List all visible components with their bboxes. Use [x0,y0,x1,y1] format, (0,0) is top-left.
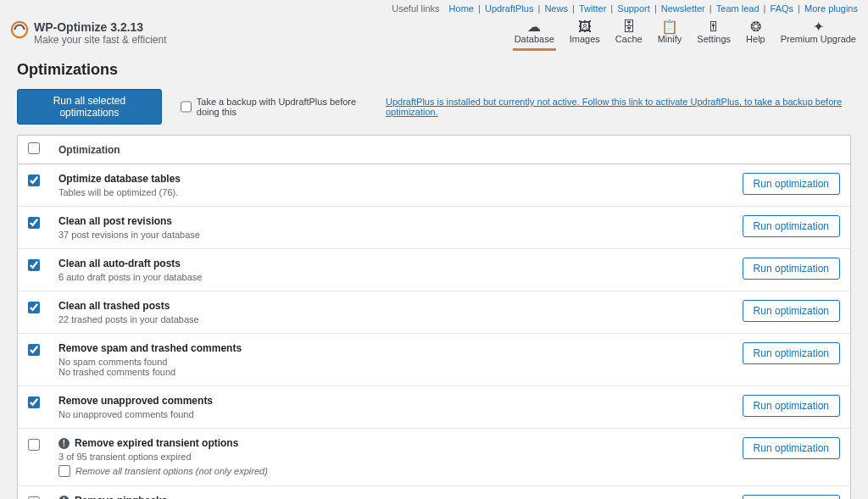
top-link-twitter[interactable]: Twitter [579,3,606,14]
row-checkbox[interactable] [28,396,40,408]
transient-subcheck-row: Remove all transient options (not only e… [58,465,743,477]
brand-title: WP-Optimize 3.2.13 [34,20,167,34]
run-optimization-button[interactable]: Run optimization [743,495,840,499]
run-optimization-button[interactable]: Run optimization [743,300,840,322]
tab-label: Database [515,34,554,44]
row-checkbox[interactable] [28,175,40,186]
optimization-title-text: Clean all auto-draft posts [58,258,181,269]
tab-cache[interactable]: 🗄Cache [614,17,644,51]
wpo-logo-icon [10,20,29,39]
top-link-news[interactable]: News [544,3,568,14]
top-link-faqs[interactable]: FAQs [771,3,794,14]
optimization-title: Clean all auto-draft posts [58,258,743,269]
row-checkbox[interactable] [28,302,40,313]
table-row: !Remove expired transient options3 of 95… [18,429,850,486]
table-header: Optimization [18,136,850,164]
transient-all-checkbox[interactable] [58,465,70,477]
backup-checkbox[interactable] [181,101,192,113]
table-row: Clean all auto-draft posts6 auto draft p… [18,249,850,291]
backup-activate-link[interactable]: UpdraftPlus is installed but currently n… [386,97,851,117]
star-icon: ✦ [813,20,824,34]
optimization-desc: 37 post revisions in your database [58,230,743,240]
table-row: Remove unapproved commentsNo unapproved … [18,386,850,429]
table-row: Optimize database tablesTables will be o… [18,164,850,207]
backup-text: Take a backup with UpdraftPlus before do… [197,97,381,117]
optimization-title: Remove spam and trashed comments [58,342,743,354]
page-title: Optimizations [17,61,851,79]
header: WP-Optimize 3.2.13 Make your site fast &… [0,17,868,51]
optimization-title: Optimize database tables [58,173,743,185]
optimization-title: !Remove expired transient options [58,437,743,449]
image-icon: 🖼 [578,20,592,34]
table-row: Clean all post revisions37 post revision… [18,207,850,249]
optimization-title-text: Remove spam and trashed comments [58,342,242,354]
top-link-newsletter[interactable]: Newsletter [661,3,705,14]
run-optimization-button[interactable]: Run optimization [743,437,840,459]
optimization-title: Clean all trashed posts [58,300,743,312]
select-all-checkbox[interactable] [28,142,40,154]
row-checkbox[interactable] [28,344,40,356]
tab-label: Help [746,34,765,44]
optimization-desc2: No trashed comments found [58,367,743,377]
optimization-title: Clean all post revisions [58,215,743,227]
optimization-desc: Tables will be optimized (76). [58,187,743,197]
optimization-title-text: Remove expired transient options [75,437,238,449]
cache-icon: 🗄 [622,20,636,34]
optimizations-table: Optimization Optimize database tablesTab… [17,135,851,499]
table-row: Clean all trashed posts22 trashed posts … [18,291,850,334]
top-link-more-plugins[interactable]: More plugins [804,3,858,14]
top-useful-links: Useful links Home | UpdraftPlus | News |… [0,0,868,17]
optimization-desc: 6 auto draft posts in your database [58,272,743,282]
tab-label: Premium Upgrade [781,34,856,44]
optimization-title-text: Clean all trashed posts [58,300,170,312]
tab-label: Images [570,34,600,44]
tab-help[interactable]: ❂Help [744,17,767,51]
tab-premium[interactable]: ✦Premium Upgrade [779,17,858,51]
cloud-icon: ☁ [527,20,541,34]
row-checkbox[interactable] [28,259,40,271]
run-optimization-button[interactable]: Run optimization [743,258,840,280]
run-optimization-button[interactable]: Run optimization [743,395,840,417]
top-nav: ☁Database 🖼Images 🗄Cache 📋Minify 🎚Settin… [513,17,858,51]
optimization-title-text: Clean all post revisions [58,215,172,227]
top-link-home[interactable]: Home [449,3,474,14]
sliders-icon: 🎚 [707,20,721,34]
tab-label: Cache [615,34,643,44]
minify-icon: 📋 [661,20,678,34]
top-link-updraftplus[interactable]: UpdraftPlus [485,3,533,14]
optimization-desc: No unapproved comments found [58,409,743,419]
row-checkbox[interactable] [28,217,40,229]
tab-images[interactable]: 🖼Images [568,17,602,51]
optimization-title-text: Remove pingbacks [75,495,167,499]
table-row: Remove spam and trashed commentsNo spam … [18,334,850,386]
tab-minify[interactable]: 📋Minify [656,17,684,51]
transient-all-label: Remove all transient options (not only e… [75,466,268,476]
optimization-desc: 3 of 95 transient options expired [58,452,743,462]
useful-links-label: Useful links [392,3,439,14]
optimization-title-text: Optimize database tables [58,173,181,185]
table-row: !Remove pingbacksNo pingbacks foundRun o… [18,486,850,499]
lifebuoy-icon: ❂ [750,20,761,34]
run-optimization-button[interactable]: Run optimization [743,215,840,237]
optimization-title: !Remove pingbacks [58,495,743,499]
tab-database[interactable]: ☁Database [513,17,556,51]
tab-settings[interactable]: 🎚Settings [695,17,732,51]
top-link-support[interactable]: Support [617,3,650,14]
run-optimization-button[interactable]: Run optimization [743,342,840,364]
warning-icon: ! [58,496,70,500]
run-all-button[interactable]: Run all selected optimizations [17,89,162,125]
optimization-desc: 22 trashed posts in your database [58,314,743,324]
brand-tagline: Make your site fast & efficient [34,34,167,46]
brand: WP-Optimize 3.2.13 Make your site fast &… [10,17,167,46]
row-checkbox[interactable] [28,439,40,451]
top-link-team-lead[interactable]: Team lead [716,3,760,14]
warning-icon: ! [58,438,70,449]
tab-label: Settings [697,34,731,44]
tab-label: Minify [658,34,682,44]
optimization-title: Remove unapproved comments [58,395,743,407]
optimization-desc: No spam comments found [58,357,743,367]
optimization-title-text: Remove unapproved comments [58,395,213,407]
run-optimization-button[interactable]: Run optimization [743,173,840,195]
col-optimization-title: Optimization [58,144,840,156]
